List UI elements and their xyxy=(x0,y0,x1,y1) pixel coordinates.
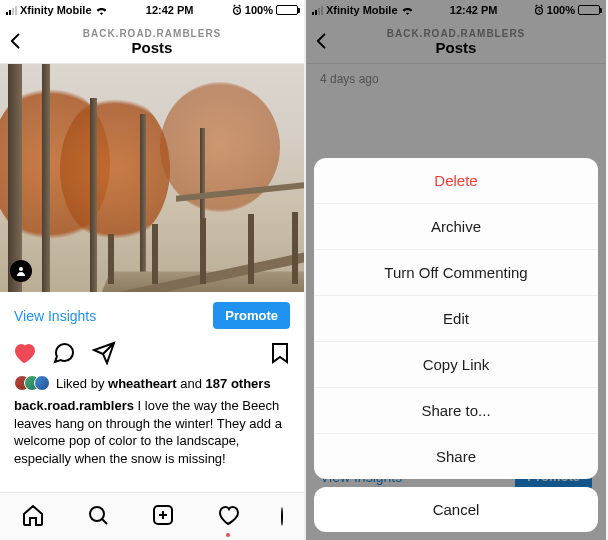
alarm-icon xyxy=(232,4,242,16)
share-button[interactable] xyxy=(92,341,116,369)
clock: 12:42 PM xyxy=(108,4,232,16)
signal-icon xyxy=(6,6,17,15)
header-title: Posts xyxy=(132,39,173,56)
comment-icon xyxy=(52,341,76,365)
battery-pct: 100% xyxy=(245,4,273,16)
save-button[interactable] xyxy=(268,341,292,369)
tab-home[interactable] xyxy=(21,503,45,531)
phone-right: Xfinity Mobile 12:42 PM 100% BACK.ROAD.R… xyxy=(304,0,606,540)
view-insights-link[interactable]: View Insights xyxy=(14,308,96,324)
status-bar: Xfinity Mobile 12:42 PM 100% xyxy=(0,0,304,20)
paper-plane-icon xyxy=(92,341,116,365)
search-icon xyxy=(86,503,110,527)
carrier-label: Xfinity Mobile xyxy=(20,4,92,16)
likes-text: Liked by wheatheart and 187 others xyxy=(56,376,271,391)
action-archive[interactable]: Archive xyxy=(314,204,598,250)
action-edit[interactable]: Edit xyxy=(314,296,598,342)
post-caption: back.road.ramblers I love the way the Be… xyxy=(0,395,304,475)
post-actions xyxy=(0,339,304,375)
tagged-people-badge[interactable] xyxy=(10,260,32,282)
action-share-to[interactable]: Share to... xyxy=(314,388,598,434)
back-button[interactable] xyxy=(6,29,26,55)
action-share[interactable]: Share xyxy=(314,434,598,479)
plus-square-icon xyxy=(151,503,175,527)
battery-icon xyxy=(276,5,298,15)
header-username: BACK.ROAD.RAMBLERS xyxy=(83,28,222,39)
chevron-left-icon xyxy=(6,31,26,51)
tab-search[interactable] xyxy=(86,503,110,531)
person-icon xyxy=(15,265,27,277)
like-button[interactable] xyxy=(12,341,36,369)
promote-button[interactable]: Promote xyxy=(213,302,290,329)
action-cancel[interactable]: Cancel xyxy=(314,487,598,532)
liker-avatars xyxy=(14,375,50,391)
likes-row[interactable]: Liked by wheatheart and 187 others xyxy=(0,375,304,395)
post-photo[interactable] xyxy=(0,64,304,292)
tab-bar xyxy=(0,492,304,540)
action-delete[interactable]: Delete xyxy=(314,158,598,204)
heart-icon xyxy=(12,341,36,365)
bookmark-icon xyxy=(268,341,292,365)
profile-avatar-icon xyxy=(281,507,283,526)
nav-header: BACK.ROAD.RAMBLERS Posts xyxy=(0,20,304,64)
heart-outline-icon xyxy=(216,503,240,527)
action-turn-off-commenting[interactable]: Turn Off Commenting xyxy=(314,250,598,296)
home-icon xyxy=(21,503,45,527)
comment-button[interactable] xyxy=(52,341,76,369)
wifi-icon xyxy=(95,5,108,15)
phone-left: Xfinity Mobile 12:42 PM 100% BACK.ROAD.R… xyxy=(0,0,304,540)
tab-profile[interactable] xyxy=(281,508,283,526)
tab-new-post[interactable] xyxy=(151,503,175,531)
svg-point-1 xyxy=(19,267,23,271)
action-sheet-group: Delete Archive Turn Off Commenting Edit … xyxy=(314,158,598,479)
insights-row: View Insights Promote xyxy=(0,292,304,339)
action-copy-link[interactable]: Copy Link xyxy=(314,342,598,388)
svg-point-2 xyxy=(90,507,104,521)
action-sheet: Delete Archive Turn Off Commenting Edit … xyxy=(314,158,598,532)
tab-activity[interactable] xyxy=(216,503,240,531)
caption-username[interactable]: back.road.ramblers xyxy=(14,398,134,413)
